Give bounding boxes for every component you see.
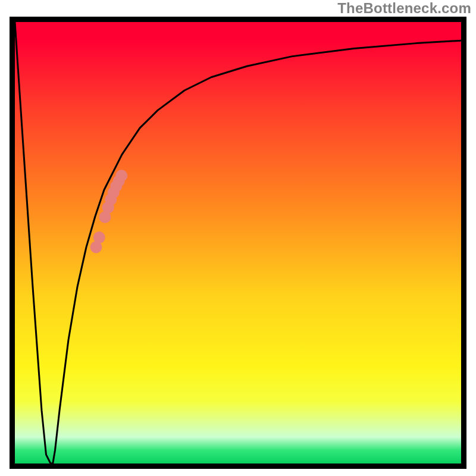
chart-svg [15, 22, 461, 464]
attribution-label: TheBottleneck.com [337, 0, 471, 17]
highlight-dot [93, 231, 105, 243]
highlight-dot [115, 170, 127, 181]
chart-container: TheBottleneck.com [0, 0, 476, 476]
curve-layer [15, 22, 461, 464]
bottleneck-curve [15, 22, 461, 464]
plot-frame [10, 17, 466, 469]
